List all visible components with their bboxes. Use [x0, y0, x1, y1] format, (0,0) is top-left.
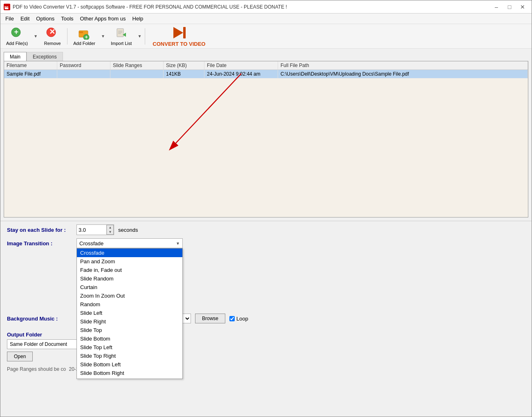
spinner-down[interactable]: ▼ [107, 230, 113, 234]
file-list-header: Filename Password Slide Ranges Size (KB)… [4, 61, 528, 70]
cell-slide-ranges [110, 70, 164, 78]
transition-option-slide-left[interactable]: Slide Left [77, 309, 182, 317]
transition-option-curtain[interactable]: Curtain [77, 283, 182, 291]
minimize-button[interactable]: – [491, 2, 502, 11]
menu-tools[interactable]: Tools [58, 15, 76, 22]
seconds-label: seconds [118, 227, 138, 233]
add-folder-button[interactable]: + Add Folder [70, 25, 99, 47]
import-list-button[interactable]: Import List [108, 25, 135, 47]
loop-checkbox-container: Loop [229, 316, 248, 322]
transition-option-pan-zoom[interactable]: Pan and Zoom [77, 257, 182, 266]
slide-duration-row: Stay on each Slide for : ▲ ▼ seconds [7, 224, 525, 235]
menu-file[interactable]: File [2, 15, 17, 22]
transition-option-fade[interactable]: Fade in, Fade out [77, 266, 182, 274]
import-list-dropdown[interactable]: ▼ [137, 29, 142, 44]
add-files-dropdown[interactable]: ▼ [33, 29, 38, 44]
svg-marker-16 [173, 27, 183, 38]
convert-label: CONVERT TO VIDEO [153, 41, 205, 47]
file-list-container: Filename Password Slide Ranges Size (KB)… [4, 61, 528, 217]
transition-option-slide-top-left[interactable]: Slide Top Left [77, 343, 182, 352]
add-files-button[interactable]: + Add File(s) [3, 25, 31, 47]
music-label: Background Music : [7, 316, 72, 322]
music-browse-button[interactable]: Browse [195, 314, 225, 323]
title-bar-controls: – □ ✕ [491, 2, 528, 11]
transition-option-slide-bottom-left[interactable]: Slide Bottom Left [77, 360, 182, 369]
menu-edit[interactable]: Edit [17, 15, 33, 22]
dropdown-arrow-icon: ▼ [176, 241, 180, 246]
toolbar: + Add File(s) ▼ ✕ Remove [0, 24, 532, 49]
import-list-icon [115, 27, 128, 40]
open-folder-button[interactable]: Open [7, 352, 33, 361]
image-transition-row: Image Transition : Crossfade ▼ Crossfade… [7, 238, 525, 248]
add-folder-label: Add Folder [73, 41, 95, 46]
menu-bar: File Edit Options Tools Other Apps from … [0, 13, 532, 24]
svg-rect-11 [117, 29, 123, 37]
slide-duration-input[interactable] [77, 225, 106, 234]
transition-option-zoom-in-out[interactable]: Zoom In Zoom Out [77, 291, 182, 300]
main-content-area: Main Exceptions Filename Password Slide … [0, 49, 532, 221]
transition-option-slide-bottom[interactable]: Slide Bottom [77, 334, 182, 343]
cell-password [57, 70, 110, 78]
slide-duration-spinner: ▲ ▼ [106, 225, 114, 235]
col-password: Password [57, 61, 110, 70]
loop-label: Loop [236, 316, 248, 322]
col-size: Size (KB) [164, 61, 204, 70]
add-folder-dropdown[interactable]: ▼ [100, 29, 106, 44]
toolbar-divider-1 [67, 28, 67, 45]
menu-other-apps[interactable]: Other Apps from us [77, 15, 129, 22]
add-files-label: Add File(s) [6, 41, 28, 46]
convert-icon [172, 25, 186, 40]
cell-filename: Sample File.pdf [4, 70, 57, 78]
settings-area: Stay on each Slide for : ▲ ▼ seconds Ima… [0, 221, 532, 330]
add-files-icon: + [11, 27, 24, 40]
transition-option-zoom-in[interactable]: Zoom In [77, 377, 182, 379]
col-slide-ranges: Slide Ranges [110, 61, 164, 70]
cell-file-date: 24-Jun-2024 9:02:44 am [204, 70, 278, 78]
transition-dropdown-list[interactable]: Crossfade Pan and Zoom Fade in, Fade out… [76, 248, 183, 379]
transition-option-slide-top[interactable]: Slide Top [77, 326, 182, 334]
transition-dropdown[interactable]: Crossfade ▼ [76, 238, 183, 248]
transition-option-random[interactable]: Random [77, 300, 182, 309]
svg-text:✕: ✕ [49, 28, 55, 36]
menu-help[interactable]: Help [129, 15, 147, 22]
col-full-path: Full File Path [278, 61, 528, 70]
close-button[interactable]: ✕ [517, 2, 528, 11]
maximize-button[interactable]: □ [504, 2, 515, 11]
loop-checkbox[interactable] [229, 316, 235, 321]
svg-text:+: + [85, 34, 88, 40]
convert-button[interactable]: CONVERT TO VIDEO [148, 24, 210, 49]
menu-options[interactable]: Options [33, 15, 58, 22]
transition-option-slide-right[interactable]: Slide Right [77, 317, 182, 326]
import-list-label: Import List [111, 41, 132, 46]
file-list-body: Sample File.pdf 141KB 24-Jun-2024 9:02:4… [4, 70, 528, 217]
svg-text:PDF: PDF [5, 6, 9, 8]
remove-icon: ✕ [46, 27, 59, 40]
title-bar: PDF PDF to Video Converter V1.7 - softpc… [0, 0, 532, 13]
transition-dropdown-container: Crossfade ▼ Crossfade Pan and Zoom Fade … [76, 238, 183, 248]
slide-duration-label: Stay on each Slide for : [7, 227, 72, 233]
title-text: PDF to Video Converter V1.7 - softpcapps… [13, 4, 287, 10]
cell-size: 141KB [164, 70, 204, 78]
svg-rect-8 [79, 31, 83, 33]
tab-exceptions[interactable]: Exceptions [27, 52, 63, 61]
transition-option-slide-bottom-right[interactable]: Slide Bottom Right [77, 369, 182, 377]
transition-option-crossfade[interactable]: Crossfade [77, 249, 182, 257]
app-icon: PDF [4, 4, 10, 10]
tab-bar: Main Exceptions [4, 52, 528, 61]
cell-full-path: C:\Users\Dell\Desktop\VM\Uploading Docs\… [278, 70, 528, 78]
remove-label: Remove [44, 41, 61, 46]
image-transition-label: Image Transition : [7, 240, 72, 247]
toolbar-divider-2 [145, 28, 145, 45]
transition-option-slide-random[interactable]: Slide Random [77, 274, 182, 283]
remove-button[interactable]: ✕ Remove [40, 25, 65, 47]
transition-option-slide-top-right[interactable]: Slide Top Right [77, 352, 182, 360]
add-folder-icon: + [78, 27, 91, 40]
col-filename: Filename [4, 61, 57, 70]
table-row[interactable]: Sample File.pdf 141KB 24-Jun-2024 9:02:4… [4, 70, 528, 78]
tab-main[interactable]: Main [4, 52, 27, 61]
svg-text:+: + [14, 28, 18, 36]
title-bar-left: PDF PDF to Video Converter V1.7 - softpc… [4, 4, 287, 10]
spinner-up[interactable]: ▲ [107, 225, 113, 230]
svg-rect-17 [183, 27, 186, 38]
app-window: PDF PDF to Video Converter V1.7 - softpc… [0, 0, 532, 417]
